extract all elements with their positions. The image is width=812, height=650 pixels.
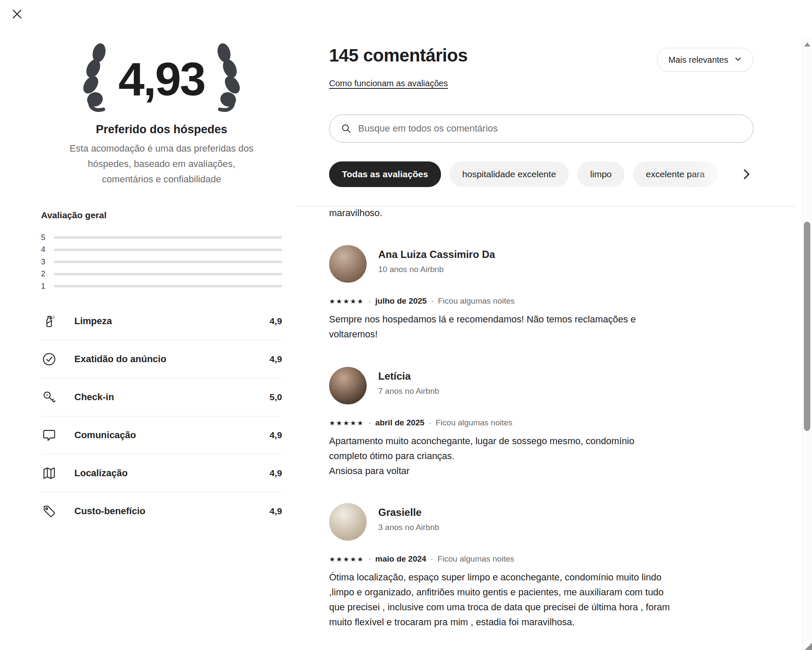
category-value: 4,9	[270, 506, 282, 516]
stay-type: Ficou algumas noites	[438, 554, 515, 564]
star-rating: ★★★★★	[329, 297, 364, 305]
scrollbar-thumb[interactable]	[804, 222, 810, 431]
review-text: Sempre nos hospedamos lá e recomendamos!…	[329, 312, 727, 342]
stay-type: Ficou algumas noites	[438, 296, 515, 306]
check-circle-icon	[42, 352, 56, 366]
reviews-count-title: 145 comentários	[329, 45, 468, 66]
partial-review-text: maravilhoso.	[329, 208, 382, 219]
histogram-label: 1	[41, 282, 51, 291]
dot-separator: ·	[368, 296, 371, 306]
header-divider	[297, 206, 796, 207]
category-label: Exatidão do anúncio	[74, 354, 270, 365]
review-date: maio de 2024	[375, 554, 426, 564]
histogram-label: 4	[41, 245, 51, 254]
histogram-track	[54, 249, 282, 251]
review-text: Apartamento muito aconchegante, lugar de…	[329, 433, 727, 478]
category-label: Localização	[74, 468, 270, 479]
laurel-right-icon	[210, 43, 243, 115]
histogram-label: 3	[41, 258, 51, 266]
guest-favorite-title: Preferido dos hóspedes	[41, 123, 282, 136]
histogram-label: 5	[41, 233, 51, 242]
star-rating: ★★★★★	[329, 419, 364, 427]
laurel-left-icon	[80, 43, 113, 115]
category-label: Custo-benefício	[74, 506, 270, 517]
reviewer-tenure: 3 anos no Airbnb	[378, 523, 439, 532]
chevron-right-icon	[740, 176, 753, 182]
dot-separator: ·	[368, 418, 371, 427]
overall-rating-label: Avaliação geral	[41, 210, 106, 220]
avatar[interactable]	[329, 245, 367, 283]
filter-chip-hospitality[interactable]: hospitalidade excelente	[450, 161, 569, 187]
avatar[interactable]	[329, 367, 367, 404]
reviewer-tenure: 10 anos no Airbnb	[378, 265, 444, 274]
sort-button-label: Mais relevantes	[668, 55, 728, 65]
spray-bottle-icon	[42, 314, 56, 328]
key-icon	[42, 390, 56, 404]
histogram-row-5: 5	[41, 231, 282, 244]
histogram-row-4: 4	[41, 244, 282, 256]
filter-chips-row: Todas as avaliações hospitalidade excele…	[329, 161, 753, 187]
review-text: Ótima localização, espaço super limpo e …	[329, 570, 727, 630]
star-rating: ★★★★★	[329, 555, 364, 563]
histogram-track	[54, 285, 282, 287]
tag-icon	[42, 504, 56, 518]
rating-histogram: 5 4 3 2 1	[41, 231, 282, 293]
close-button[interactable]	[11, 9, 23, 20]
category-label: Check-in	[74, 392, 270, 403]
histogram-track	[54, 273, 282, 275]
reviewer-name[interactable]: Grasielle	[378, 507, 421, 518]
category-row-location: Localização 4,9	[41, 454, 282, 492]
reviews-panel: 145 comentários Como funcionam as avalia…	[329, 0, 753, 650]
close-icon	[12, 14, 22, 20]
filter-chip-excellent-for[interactable]: excelente para	[633, 161, 718, 187]
chips-scroll-next-button[interactable]	[740, 167, 753, 181]
rating-summary-panel: 4,93 Preferido dos hóspedes Esta acomoda…	[41, 0, 282, 650]
category-label: Limpeza	[74, 316, 270, 327]
review-meta: ★★★★★ · julho de 2025 · Ficou algumas no…	[329, 296, 515, 306]
filter-chip-clean[interactable]: limpo	[577, 161, 624, 187]
category-value: 5,0	[270, 392, 282, 402]
category-value: 4,9	[270, 354, 282, 364]
category-label: Comunicação	[74, 430, 270, 441]
filter-chip-all-reviews[interactable]: Todas as avaliações	[329, 161, 441, 187]
scrollbar-up-arrow[interactable]	[804, 42, 810, 47]
dot-separator: ·	[430, 554, 433, 564]
avatar[interactable]	[329, 503, 367, 541]
dot-separator: ·	[431, 296, 433, 306]
category-value: 4,9	[270, 430, 282, 440]
review-meta: ★★★★★ · abril de 2025 · Ficou algumas no…	[329, 418, 512, 427]
reviewer-name[interactable]: Letícia	[378, 370, 411, 382]
overall-score: 4,93	[116, 56, 207, 102]
search-input[interactable]	[357, 123, 743, 135]
review-date: julho de 2025	[375, 296, 427, 306]
map-icon	[42, 466, 56, 480]
histogram-row-3: 3	[41, 256, 282, 268]
category-row-checkin: Check-in 5,0	[41, 378, 282, 416]
speech-bubble-icon	[42, 428, 56, 442]
how-reviews-work-link[interactable]: Como funcionam as avaliações	[329, 79, 448, 88]
category-value: 4,9	[270, 316, 282, 326]
reviewer-name[interactable]: Ana Luiza Cassimiro Da	[378, 249, 495, 261]
dot-separator: ·	[429, 418, 431, 427]
stay-type: Ficou algumas noites	[436, 418, 513, 427]
category-value: 4,9	[270, 468, 282, 478]
dot-separator: ·	[368, 554, 371, 564]
review-date: abril de 2025	[375, 418, 424, 427]
guest-favorite-score-block: 4,93	[41, 43, 282, 115]
histogram-track	[54, 236, 282, 239]
guest-favorite-description: Esta acomodação é uma das preferidas dos…	[41, 141, 282, 187]
histogram-label: 2	[41, 269, 51, 278]
histogram-row-1: 1	[41, 280, 282, 293]
category-ratings-list: Limpeza 4,9 Exatidão do anúncio 4,9	[41, 302, 282, 530]
histogram-track	[54, 261, 282, 263]
sort-button[interactable]: Mais relevantes	[657, 48, 753, 72]
reviewer-tenure: 7 anos no Airbnb	[378, 386, 439, 396]
category-row-accuracy: Exatidão do anúncio 4,9	[41, 340, 282, 378]
histogram-row-2: 2	[41, 268, 282, 281]
review-meta: ★★★★★ · maio de 2024 · Ficou algumas noi…	[329, 554, 514, 564]
category-row-communication: Comunicação 4,9	[41, 416, 282, 454]
search-icon	[341, 123, 351, 134]
category-row-cleanliness: Limpeza 4,9	[41, 302, 282, 340]
review-search-box	[329, 114, 753, 143]
chevron-down-icon	[734, 55, 742, 65]
